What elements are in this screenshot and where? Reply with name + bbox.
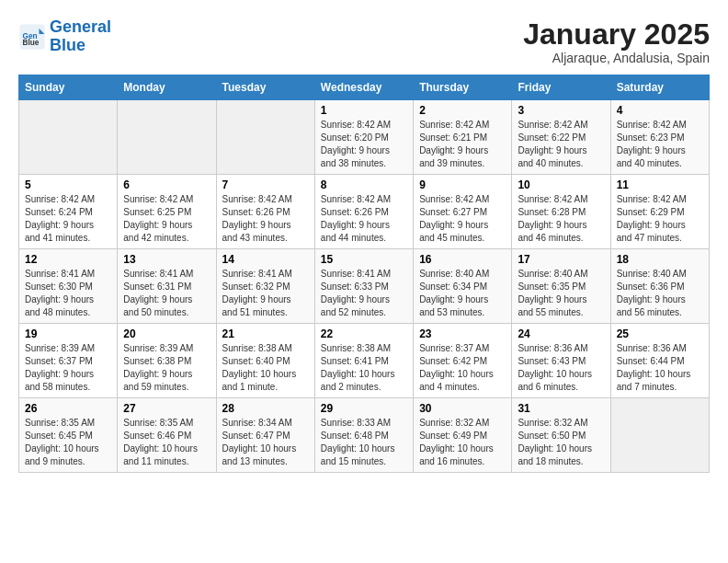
week-row-5: 26Sunrise: 8:35 AM Sunset: 6:45 PM Dayli… <box>19 398 710 473</box>
day-info: Sunrise: 8:35 AM Sunset: 6:45 PM Dayligh… <box>25 417 111 468</box>
day-info: Sunrise: 8:36 AM Sunset: 6:43 PM Dayligh… <box>518 342 604 394</box>
calendar-cell: 8Sunrise: 8:42 AM Sunset: 6:26 PM Daylig… <box>314 175 413 249</box>
calendar-cell: 12Sunrise: 8:41 AM Sunset: 6:30 PM Dayli… <box>19 249 118 324</box>
title-area: January 2025 Aljaraque, Andalusia, Spain <box>523 18 710 65</box>
calendar-cell <box>19 100 118 175</box>
day-info: Sunrise: 8:41 AM Sunset: 6:31 PM Dayligh… <box>123 268 210 319</box>
day-info: Sunrise: 8:36 AM Sunset: 6:44 PM Dayligh… <box>617 342 703 394</box>
calendar-table: SundayMondayTuesdayWednesdayThursdayFrid… <box>18 75 710 473</box>
calendar-cell: 23Sunrise: 8:37 AM Sunset: 6:42 PM Dayli… <box>414 324 512 398</box>
calendar-cell: 29Sunrise: 8:33 AM Sunset: 6:48 PM Dayli… <box>314 398 413 473</box>
day-info: Sunrise: 8:42 AM Sunset: 6:21 PM Dayligh… <box>419 119 506 170</box>
day-info: Sunrise: 8:38 AM Sunset: 6:40 PM Dayligh… <box>222 342 309 394</box>
day-info: Sunrise: 8:41 AM Sunset: 6:32 PM Dayligh… <box>222 268 309 319</box>
calendar-cell: 15Sunrise: 8:41 AM Sunset: 6:33 PM Dayli… <box>314 249 413 324</box>
day-info: Sunrise: 8:34 AM Sunset: 6:47 PM Dayligh… <box>222 417 309 468</box>
calendar-cell: 1Sunrise: 8:42 AM Sunset: 6:20 PM Daylig… <box>314 100 413 175</box>
logo-text: General Blue <box>50 18 111 55</box>
day-info: Sunrise: 8:42 AM Sunset: 6:20 PM Dayligh… <box>321 119 407 170</box>
calendar-cell: 2Sunrise: 8:42 AM Sunset: 6:21 PM Daylig… <box>414 100 512 175</box>
calendar-cell: 4Sunrise: 8:42 AM Sunset: 6:23 PM Daylig… <box>610 100 709 175</box>
logo: Gen Blue General Blue <box>18 18 111 55</box>
week-row-4: 19Sunrise: 8:39 AM Sunset: 6:37 PM Dayli… <box>19 324 710 398</box>
day-info: Sunrise: 8:42 AM Sunset: 6:28 PM Dayligh… <box>518 193 604 245</box>
calendar-cell: 31Sunrise: 8:32 AM Sunset: 6:50 PM Dayli… <box>512 398 610 473</box>
calendar-cell: 20Sunrise: 8:39 AM Sunset: 6:38 PM Dayli… <box>118 324 216 398</box>
header-sunday: Sunday <box>19 75 118 100</box>
day-number: 2 <box>419 104 506 117</box>
day-number: 27 <box>123 402 210 415</box>
header-wednesday: Wednesday <box>314 75 413 100</box>
logo-icon: Gen Blue <box>18 23 46 51</box>
calendar-cell: 19Sunrise: 8:39 AM Sunset: 6:37 PM Dayli… <box>19 324 118 398</box>
day-number: 11 <box>617 178 703 191</box>
day-number: 28 <box>222 402 309 415</box>
day-info: Sunrise: 8:39 AM Sunset: 6:38 PM Dayligh… <box>123 342 210 394</box>
day-info: Sunrise: 8:42 AM Sunset: 6:23 PM Dayligh… <box>617 119 703 170</box>
calendar-cell: 25Sunrise: 8:36 AM Sunset: 6:44 PM Dayli… <box>610 324 709 398</box>
day-info: Sunrise: 8:41 AM Sunset: 6:33 PM Dayligh… <box>321 268 407 319</box>
calendar-cell: 21Sunrise: 8:38 AM Sunset: 6:40 PM Dayli… <box>216 324 314 398</box>
calendar-cell <box>118 100 216 175</box>
day-info: Sunrise: 8:42 AM Sunset: 6:25 PM Dayligh… <box>123 193 210 245</box>
day-info: Sunrise: 8:32 AM Sunset: 6:49 PM Dayligh… <box>419 417 506 468</box>
calendar-cell: 16Sunrise: 8:40 AM Sunset: 6:34 PM Dayli… <box>414 249 512 324</box>
day-info: Sunrise: 8:42 AM Sunset: 6:26 PM Dayligh… <box>222 193 309 245</box>
header-friday: Friday <box>512 75 610 100</box>
day-info: Sunrise: 8:40 AM Sunset: 6:35 PM Dayligh… <box>518 268 604 319</box>
calendar-cell: 13Sunrise: 8:41 AM Sunset: 6:31 PM Dayli… <box>118 249 216 324</box>
day-number: 10 <box>518 178 604 191</box>
day-number: 23 <box>419 327 506 340</box>
day-info: Sunrise: 8:42 AM Sunset: 6:27 PM Dayligh… <box>419 193 506 245</box>
day-number: 14 <box>222 253 309 266</box>
header-tuesday: Tuesday <box>216 75 314 100</box>
calendar-cell: 3Sunrise: 8:42 AM Sunset: 6:22 PM Daylig… <box>512 100 610 175</box>
calendar-cell: 11Sunrise: 8:42 AM Sunset: 6:29 PM Dayli… <box>610 175 709 249</box>
day-number: 31 <box>518 402 604 415</box>
calendar-cell: 17Sunrise: 8:40 AM Sunset: 6:35 PM Dayli… <box>512 249 610 324</box>
calendar-header-row: SundayMondayTuesdayWednesdayThursdayFrid… <box>19 75 710 100</box>
day-info: Sunrise: 8:42 AM Sunset: 6:24 PM Dayligh… <box>25 193 111 245</box>
day-number: 24 <box>518 327 604 340</box>
calendar-cell: 7Sunrise: 8:42 AM Sunset: 6:26 PM Daylig… <box>216 175 314 249</box>
day-info: Sunrise: 8:41 AM Sunset: 6:30 PM Dayligh… <box>25 268 111 319</box>
day-info: Sunrise: 8:42 AM Sunset: 6:29 PM Dayligh… <box>617 193 703 245</box>
day-number: 13 <box>123 253 210 266</box>
day-number: 9 <box>419 178 506 191</box>
calendar-cell: 26Sunrise: 8:35 AM Sunset: 6:45 PM Dayli… <box>19 398 118 473</box>
calendar-cell: 10Sunrise: 8:42 AM Sunset: 6:28 PM Dayli… <box>512 175 610 249</box>
day-number: 17 <box>518 253 604 266</box>
week-row-2: 5Sunrise: 8:42 AM Sunset: 6:24 PM Daylig… <box>19 175 710 249</box>
week-row-3: 12Sunrise: 8:41 AM Sunset: 6:30 PM Dayli… <box>19 249 710 324</box>
day-number: 16 <box>419 253 506 266</box>
calendar-cell: 24Sunrise: 8:36 AM Sunset: 6:43 PM Dayli… <box>512 324 610 398</box>
week-row-1: 1Sunrise: 8:42 AM Sunset: 6:20 PM Daylig… <box>19 100 710 175</box>
calendar-body: 1Sunrise: 8:42 AM Sunset: 6:20 PM Daylig… <box>19 100 710 473</box>
calendar-cell: 14Sunrise: 8:41 AM Sunset: 6:32 PM Dayli… <box>216 249 314 324</box>
header-thursday: Thursday <box>414 75 512 100</box>
day-number: 7 <box>222 178 309 191</box>
day-info: Sunrise: 8:33 AM Sunset: 6:48 PM Dayligh… <box>321 417 407 468</box>
day-number: 8 <box>321 178 407 191</box>
day-number: 29 <box>321 402 407 415</box>
page-header: Gen Blue General Blue January 2025 Aljar… <box>18 18 710 65</box>
day-number: 18 <box>617 253 703 266</box>
day-info: Sunrise: 8:40 AM Sunset: 6:36 PM Dayligh… <box>617 268 703 319</box>
day-info: Sunrise: 8:42 AM Sunset: 6:26 PM Dayligh… <box>321 193 407 245</box>
day-info: Sunrise: 8:35 AM Sunset: 6:46 PM Dayligh… <box>123 417 210 468</box>
calendar-cell: 18Sunrise: 8:40 AM Sunset: 6:36 PM Dayli… <box>610 249 709 324</box>
svg-text:Blue: Blue <box>23 39 40 47</box>
day-number: 26 <box>25 402 111 415</box>
day-number: 12 <box>25 253 111 266</box>
day-info: Sunrise: 8:32 AM Sunset: 6:50 PM Dayligh… <box>518 417 604 468</box>
day-number: 3 <box>518 104 604 117</box>
day-number: 5 <box>25 178 111 191</box>
calendar-cell: 28Sunrise: 8:34 AM Sunset: 6:47 PM Dayli… <box>216 398 314 473</box>
calendar-cell: 22Sunrise: 8:38 AM Sunset: 6:41 PM Dayli… <box>314 324 413 398</box>
day-number: 22 <box>321 327 407 340</box>
day-number: 19 <box>25 327 111 340</box>
header-saturday: Saturday <box>610 75 709 100</box>
day-info: Sunrise: 8:42 AM Sunset: 6:22 PM Dayligh… <box>518 119 604 170</box>
day-number: 1 <box>321 104 407 117</box>
day-number: 21 <box>222 327 309 340</box>
